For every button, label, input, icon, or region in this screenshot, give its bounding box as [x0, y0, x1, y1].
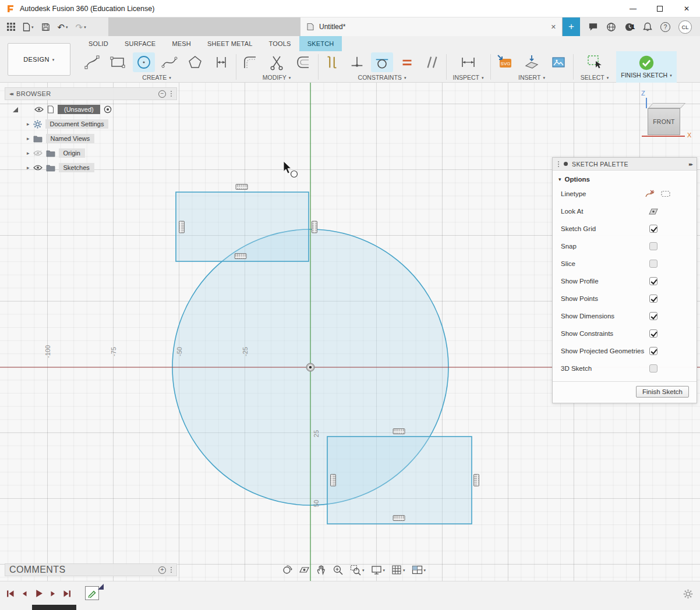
expand-panel-icon[interactable]: ▸▸: [689, 161, 692, 167]
spline-tool-button[interactable]: [158, 52, 181, 72]
app-grid-button[interactable]: [7, 23, 15, 31]
coincident-constraint-button[interactable]: [346, 52, 368, 72]
viewports-button[interactable]: ▾: [410, 564, 428, 576]
notifications-button[interactable]: [643, 22, 652, 32]
tab-sheet-metal[interactable]: SHEET METAL: [199, 36, 261, 51]
insert-decal-button[interactable]: [521, 52, 543, 72]
sketch-canvas[interactable]: -100 -75 -50 -25 25 50 ◂◂ BROWSER − (Uns…: [0, 83, 700, 581]
viewcube-top-face[interactable]: [648, 103, 685, 108]
help-button[interactable]: ?: [660, 22, 670, 32]
expand-chevron-icon[interactable]: ▸: [27, 121, 30, 127]
vertical-constraint-button[interactable]: [321, 52, 343, 72]
measure-tool-button[interactable]: [457, 52, 479, 72]
go-to-end-button[interactable]: [62, 589, 72, 598]
slice-checkbox[interactable]: [649, 260, 657, 268]
show-projected-geometries-checkbox[interactable]: [649, 347, 657, 355]
tab-mesh[interactable]: MESH: [164, 36, 199, 51]
comments-feed-button[interactable]: [588, 22, 598, 31]
expand-chevron-icon[interactable]: ▸: [27, 165, 30, 171]
modify-group-label[interactable]: MODIFY▾: [263, 73, 291, 81]
offset-tool-button[interactable]: [292, 52, 314, 72]
add-comment-icon[interactable]: +: [158, 566, 166, 574]
3d-sketch-checkbox[interactable]: [649, 364, 657, 373]
constraint-marker[interactable]: [393, 516, 405, 521]
file-menu-button[interactable]: ▾: [23, 23, 34, 31]
tab-surface[interactable]: SURFACE: [116, 36, 164, 51]
visibility-hidden-eye-icon[interactable]: [33, 150, 43, 156]
timeline-settings-button[interactable]: [683, 589, 693, 599]
browser-item-label[interactable]: Sketches: [59, 163, 94, 172]
viewcube-front-face[interactable]: FRONT: [648, 108, 680, 135]
select-tool-button[interactable]: [584, 52, 606, 72]
insert-group-label[interactable]: INSERT▾: [518, 73, 545, 81]
palette-grip-handle[interactable]: [557, 161, 560, 168]
centerline-linetype-icon[interactable]: [660, 189, 671, 198]
snap-checkbox[interactable]: [649, 242, 657, 250]
look-at-button[interactable]: [297, 565, 312, 575]
sketch-rectangle-top-left[interactable]: [176, 192, 309, 261]
insert-canvas-button[interactable]: [547, 52, 570, 72]
sketch-rectangle-bottom-right[interactable]: [327, 437, 472, 524]
visibility-eye-icon[interactable]: [34, 107, 44, 112]
panel-grip-handle[interactable]: [170, 90, 172, 97]
browser-item-document-settings[interactable]: ▸ Document Settings: [5, 119, 177, 129]
constraint-marker[interactable]: [393, 429, 405, 434]
tab-sketch[interactable]: SKETCH: [299, 36, 342, 51]
show-dimensions-checkbox[interactable]: [649, 312, 657, 320]
active-document-target-icon[interactable]: [104, 105, 112, 114]
constraint-marker[interactable]: [331, 474, 336, 486]
expand-corner-icon[interactable]: [13, 107, 18, 112]
equal-constraint-button[interactable]: [396, 52, 418, 72]
parallel-constraint-button[interactable]: [421, 52, 443, 72]
tab-tools[interactable]: TOOLS: [261, 36, 299, 51]
zoom-window-button[interactable]: ▾: [348, 563, 366, 577]
document-tab[interactable]: Untitled* ✕: [300, 17, 563, 36]
expand-chevron-icon[interactable]: ▸: [27, 150, 30, 156]
tab-solid[interactable]: SOLID: [80, 36, 116, 51]
constraint-marker[interactable]: [235, 254, 246, 259]
close-button[interactable]: ✕: [673, 0, 700, 17]
minimize-button[interactable]: —: [620, 0, 646, 17]
constraint-marker[interactable]: [312, 221, 317, 233]
workspace-switcher[interactable]: DESIGN ▾: [8, 43, 70, 76]
rectangle-tool-button[interactable]: [107, 52, 129, 72]
collapse-tree-icon[interactable]: −: [158, 90, 166, 98]
browser-item-named-views[interactable]: ▸ Named Views: [5, 133, 177, 144]
browser-root-row[interactable]: (Unsaved): [5, 104, 177, 115]
options-section-header[interactable]: ▾ Options: [553, 171, 697, 185]
play-button[interactable]: [34, 588, 44, 598]
browser-item-label[interactable]: Document Settings: [45, 119, 109, 129]
visibility-eye-icon[interactable]: [33, 165, 43, 171]
collapse-panel-icon[interactable]: ◂◂: [9, 91, 12, 97]
job-status-button[interactable]: 1: [624, 22, 635, 32]
go-to-start-button[interactable]: [6, 589, 15, 598]
insert-svg-button[interactable]: SVG: [494, 52, 516, 72]
document-root-label[interactable]: (Unsaved): [58, 105, 100, 114]
line-tool-button[interactable]: [81, 52, 103, 72]
polygon-tool-button[interactable]: [184, 52, 206, 72]
create-group-label[interactable]: CREATE▾: [142, 73, 171, 81]
show-points-checkbox[interactable]: [649, 295, 657, 303]
pan-button[interactable]: [314, 563, 328, 576]
show-constraints-checkbox[interactable]: [649, 329, 657, 338]
constraint-marker[interactable]: [474, 474, 479, 486]
grid-settings-button[interactable]: ▾: [390, 563, 407, 576]
inspect-group-label[interactable]: INSPECT▾: [452, 73, 483, 81]
look-at-icon[interactable]: [648, 207, 659, 216]
select-group-label[interactable]: SELECT▾: [581, 73, 609, 81]
zoom-button[interactable]: [331, 563, 345, 577]
save-button[interactable]: [41, 23, 50, 31]
trim-tool-button[interactable]: [266, 52, 288, 72]
browser-item-label[interactable]: Origin: [59, 148, 85, 158]
online-status-button[interactable]: [606, 22, 616, 32]
panel-grip-handle[interactable]: [170, 566, 172, 573]
sketch-palette-header[interactable]: SKETCH PALETTE ▸▸: [553, 158, 697, 171]
constraint-marker[interactable]: [236, 185, 248, 190]
timeline-scrollbar[interactable]: [32, 605, 76, 610]
step-back-button[interactable]: [20, 589, 29, 598]
timeline-sketch-feature[interactable]: [85, 586, 99, 600]
browser-item-origin[interactable]: ▸ Origin: [5, 148, 177, 158]
tangent-constraint-button[interactable]: [371, 52, 393, 72]
constraints-group-label[interactable]: CONSTRAINTS▾: [358, 73, 406, 81]
new-tab-button[interactable]: +: [563, 17, 580, 36]
